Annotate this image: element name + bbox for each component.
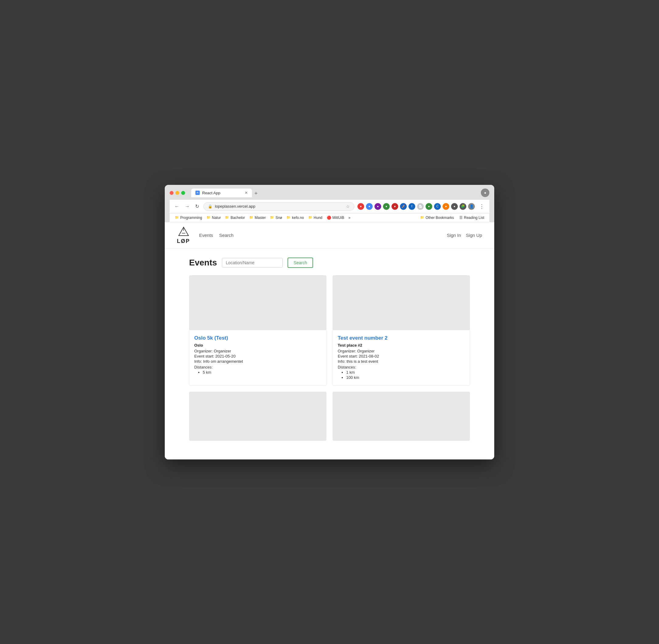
bookmark-hund[interactable]: 📁 Hund — [307, 215, 324, 221]
tab-close-button[interactable]: ✕ — [245, 191, 248, 195]
page-content: LØP Events Search Sign In Sign Up Events… — [165, 222, 494, 459]
folder-icon: 📁 — [308, 215, 312, 220]
folder-icon: 📁 — [270, 215, 274, 220]
title-bar: R React App ✕ + ● ← → ↻ 🔒 lopeplassen.ve… — [165, 185, 494, 222]
bookmark-other[interactable]: 📁 Other Bookmarks — [419, 215, 455, 221]
ext-icon-5[interactable]: ● — [392, 203, 398, 210]
app-logo[interactable]: LØP — [177, 226, 190, 245]
event-name-2[interactable]: Test event number 2 — [338, 335, 465, 341]
reading-list-icon: ☰ — [459, 215, 463, 220]
app-nav-right: Sign In Sign Up — [447, 233, 482, 238]
ext-icon-9[interactable]: ● — [426, 203, 432, 210]
ext-icon-2[interactable]: ● — [366, 203, 373, 210]
minimize-button[interactable] — [175, 191, 179, 195]
sign-up-link[interactable]: Sign Up — [466, 233, 482, 238]
event-distances-1: 5 km — [194, 370, 321, 375]
event-distances-label-1: Distances: — [194, 365, 321, 369]
url-text: lopeplassen.vercel.app — [215, 204, 344, 209]
bookmark-sno[interactable]: 📁 Snø — [268, 215, 284, 221]
bookmark-label: Programming — [180, 215, 202, 220]
forward-button[interactable]: → — [184, 203, 191, 210]
ext-icon-1[interactable]: ● — [357, 203, 364, 210]
bookmark-bachelor[interactable]: 📁 Bachelor — [223, 215, 246, 221]
maximize-button[interactable] — [181, 191, 185, 195]
browser-tab[interactable]: R React App ✕ — [191, 188, 252, 197]
event-card-3[interactable] — [189, 392, 327, 441]
ext-icon-7[interactable]: f — [408, 203, 415, 210]
ext-icon-4[interactable]: ● — [383, 203, 390, 210]
search-button[interactable]: Search — [287, 257, 313, 268]
folder-icon: 📁 — [286, 215, 290, 220]
url-box[interactable]: 🔒 lopeplassen.vercel.app ☆ — [203, 202, 354, 211]
event-card-1[interactable]: Oslo 5k (Test) Oslo Organizer: Organizer… — [189, 275, 327, 386]
app-nav-links: Events Search — [199, 233, 233, 238]
bookmark-more[interactable]: » — [347, 215, 352, 221]
bookmark-mittuib[interactable]: 🔴 MittUiB — [325, 215, 346, 221]
more-bookmarks-label: » — [348, 215, 351, 220]
mittuib-icon: 🔴 — [327, 215, 331, 220]
events-section: Events Search Oslo 5k (Test) Oslo Organi… — [165, 248, 494, 450]
bookmark-natur[interactable]: 📁 Natur — [205, 215, 222, 221]
event-image-4 — [333, 392, 470, 441]
logo-text: LØP — [177, 238, 190, 245]
sign-in-link[interactable]: Sign In — [447, 233, 461, 238]
tab-title: React App — [202, 191, 220, 195]
folder-icon: 📁 — [175, 215, 179, 220]
event-start-2: Event start: 2021-08-02 — [338, 354, 465, 359]
new-tab-button[interactable]: + — [252, 189, 260, 197]
bookmark-label: Reading List — [464, 215, 484, 220]
refresh-button[interactable]: ↻ — [194, 203, 200, 210]
event-card-4[interactable] — [332, 392, 470, 441]
bookmark-label: Other Bookmarks — [426, 215, 454, 220]
app-navbar: LØP Events Search Sign In Sign Up — [165, 222, 494, 248]
window-control-icon: ● — [481, 188, 489, 197]
distance-item: 1 km — [346, 370, 465, 375]
close-button[interactable] — [170, 191, 173, 195]
folder-icon: 📁 — [206, 215, 211, 220]
event-image-2 — [333, 275, 470, 330]
ext-icon-8[interactable]: 📄 — [417, 203, 424, 210]
back-button[interactable]: ← — [173, 203, 181, 210]
ext-icon-11[interactable]: ● — [443, 203, 449, 210]
bookmark-label: kefo.no — [292, 215, 304, 220]
event-image-1 — [189, 275, 326, 330]
bookmark-programming[interactable]: 📁 Programming — [173, 215, 204, 221]
event-organizer-2: Organizer: Organizer — [338, 349, 465, 353]
folder-icon: 📁 — [249, 215, 254, 220]
event-distances-label-2: Distances: — [338, 365, 465, 369]
bookmarks-bar: 📁 Programming 📁 Natur 📁 Bachelor 📁 Maste… — [170, 213, 489, 222]
ext-puzzle-icon[interactable]: 🧩 — [460, 203, 466, 210]
events-title: Events — [189, 258, 217, 268]
nav-link-search[interactable]: Search — [219, 233, 234, 238]
lock-icon: 🔒 — [208, 204, 212, 209]
nav-link-events[interactable]: Events — [199, 233, 213, 238]
logo-svg-icon — [178, 226, 190, 238]
tab-favicon-icon: R — [195, 191, 200, 195]
event-location-2: Test place #2 — [338, 343, 465, 348]
search-input[interactable] — [222, 258, 283, 268]
bookmark-label: MittUiB — [332, 215, 345, 220]
folder-icon: 📁 — [225, 215, 229, 220]
more-options-button[interactable]: ⋮ — [478, 203, 486, 210]
tabs-row: R React App ✕ + — [191, 188, 478, 197]
event-info-text-2: Info: this is a test event — [338, 359, 465, 364]
distance-item: 100 km — [346, 375, 465, 380]
bookmark-reading-list[interactable]: ☰ Reading List — [458, 215, 486, 221]
events-grid: Oslo 5k (Test) Oslo Organizer: Organizer… — [189, 275, 470, 441]
event-name-1[interactable]: Oslo 5k (Test) — [194, 335, 321, 341]
bookmark-star-icon[interactable]: ☆ — [346, 204, 350, 209]
bookmark-kefo[interactable]: 📁 kefo.no — [285, 215, 305, 221]
ext-icon-6[interactable]: 🚀 — [400, 203, 407, 210]
event-card-2[interactable]: Test event number 2 Test place #2 Organi… — [332, 275, 470, 386]
event-info-2: Test event number 2 Test place #2 Organi… — [333, 330, 470, 385]
profile-icon[interactable]: 👤 — [468, 203, 475, 210]
event-info-1: Oslo 5k (Test) Oslo Organizer: Organizer… — [189, 330, 326, 380]
ext-icon-12[interactable]: ● — [451, 203, 458, 210]
ext-icon-10[interactable]: C — [434, 203, 441, 210]
toolbar-icons: ● ● ● ● ● 🚀 f 📄 ● C ● ● 🧩 👤 — [357, 203, 475, 210]
bookmark-master[interactable]: 📁 Master — [248, 215, 267, 221]
ext-icon-3[interactable]: ● — [375, 203, 381, 210]
bookmark-label: Natur — [212, 215, 221, 220]
bookmark-label: Snø — [275, 215, 282, 220]
event-start-1: Event start: 2021-05-20 — [194, 354, 321, 359]
